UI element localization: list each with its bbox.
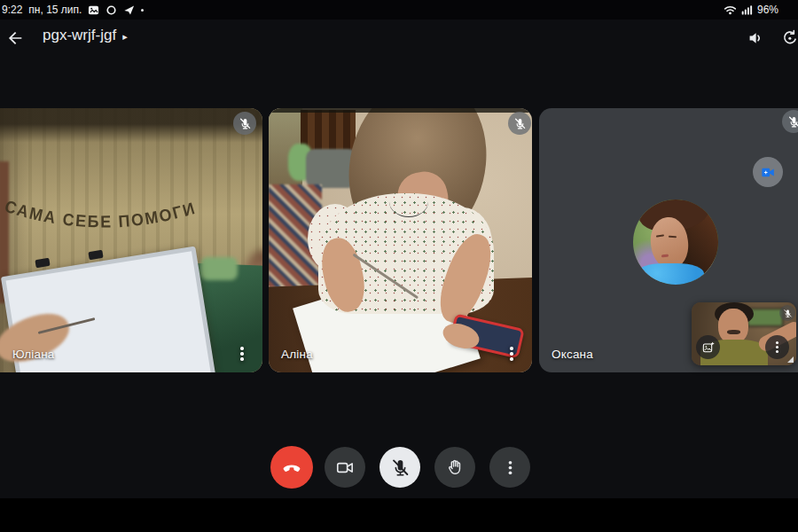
meet-call-screen: 9:22 пн, 15 лип. 96% pgx-wrjf-jgf ▸ — [0, 0, 798, 532]
yuliana-video-art: САМА СЕБЕ ПОМОГИ — [0, 108, 262, 372]
camera-request-button[interactable] — [753, 157, 783, 187]
back-arrow-icon — [5, 28, 25, 48]
volume-icon — [746, 28, 765, 48]
date: пн, 15 лип. — [28, 4, 82, 16]
circle-notification-icon — [106, 4, 117, 16]
battery-percent: 96% — [757, 4, 778, 16]
switch-camera-icon — [780, 28, 798, 48]
more-vert-icon — [776, 341, 778, 354]
videocam-icon — [335, 458, 356, 478]
video-tile-alina[interactable]: Аліна — [269, 108, 532, 372]
switch-camera-button[interactable] — [778, 27, 798, 50]
back-button[interactable] — [4, 27, 27, 50]
camera-toggle-button[interactable] — [325, 447, 365, 488]
caret-icon: ▸ — [122, 31, 128, 43]
tile-more-button[interactable] — [504, 345, 520, 363]
participant-name: Оксана — [552, 348, 593, 361]
meeting-code-button[interactable]: pgx-wrjf-jgf ▸ — [43, 27, 128, 44]
alina-video-art — [269, 108, 532, 372]
meeting-code: pgx-wrjf-jgf — [43, 27, 116, 44]
oksana-avatar — [633, 200, 718, 285]
raise-hand-icon — [445, 458, 466, 478]
mic-muted-badge — [782, 110, 798, 133]
raise-hand-button[interactable] — [434, 447, 475, 488]
participant-name: Аліна — [281, 348, 313, 361]
telegram-notification-icon — [123, 4, 135, 16]
mic-off-icon — [390, 458, 411, 478]
more-options-button[interactable] — [489, 447, 530, 488]
more-vert-icon — [501, 458, 520, 477]
effects-icon — [701, 340, 716, 355]
svg-text:САМА СЕБЕ ПОМОГИ: САМА СЕБЕ ПОМОГИ — [3, 197, 199, 231]
video-tile-yuliana[interactable]: САМА СЕБЕ ПОМОГИ Юліана — [0, 108, 262, 372]
wall-banner: САМА СЕБЕ ПОМОГИ — [0, 108, 262, 268]
cell-signal-icon — [741, 4, 753, 15]
tile-more-button[interactable] — [234, 345, 250, 363]
android-taskbar: 2 — [0, 498, 798, 532]
resize-handle[interactable] — [787, 356, 794, 363]
overflow-notification-dot — [141, 9, 144, 12]
call-end-icon — [280, 456, 303, 479]
wall-text: САМА СЕБЕ ПОМОГИ — [3, 197, 199, 231]
mic-muted-badge — [233, 112, 256, 135]
mic-muted-badge — [508, 112, 531, 135]
status-bar: 9:22 пн, 15 лип. 96% — [0, 0, 798, 20]
effects-button[interactable] — [696, 335, 720, 359]
gallery-notification-icon — [88, 4, 99, 16]
camera-request-icon — [760, 164, 777, 181]
volume-button[interactable] — [744, 27, 767, 50]
app-bar: pgx-wrjf-jgf ▸ — [0, 20, 798, 55]
self-view-tile[interactable] — [692, 302, 796, 365]
clock: 9:22 — [2, 4, 22, 16]
mic-toggle-button[interactable] — [379, 447, 420, 488]
participant-name: Юліана — [12, 348, 55, 361]
self-mic-muted-badge — [779, 305, 795, 321]
hang-up-button[interactable] — [270, 446, 313, 489]
self-more-button[interactable] — [765, 335, 789, 359]
wifi-icon — [724, 4, 737, 15]
